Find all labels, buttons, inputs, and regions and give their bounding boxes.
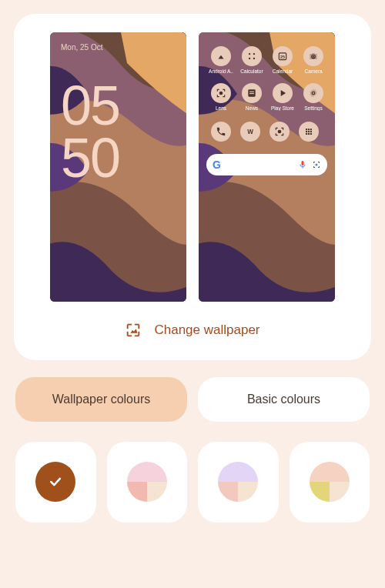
lock-date: Mon, 25 Oct (61, 43, 176, 52)
phone-icon (211, 122, 231, 142)
app-label: Calculator (237, 68, 266, 74)
svg-point-23 (310, 133, 312, 135)
app-label: Lens (206, 105, 236, 111)
colour-swatch-1[interactable] (107, 442, 188, 523)
svg-point-7 (313, 55, 314, 57)
play-icon (273, 83, 293, 103)
change-wallpaper-button[interactable]: Change wallpaper (31, 322, 354, 339)
camera-icon (303, 46, 323, 66)
app-settings[interactable]: Settings (299, 83, 328, 111)
lens-icon (312, 160, 321, 169)
lock-time: 05 50 (61, 79, 176, 185)
calc-icon (242, 46, 262, 66)
news-icon (242, 83, 262, 103)
wallpaper-icon (125, 322, 142, 339)
svg-point-22 (308, 133, 310, 135)
svg-point-3 (253, 58, 255, 59)
home-screen-preview[interactable]: Android A..Calculator25CalendarCamera Le… (199, 32, 335, 302)
dock-row: W (206, 122, 327, 142)
svg-point-20 (310, 131, 312, 132)
tab-basic-colours[interactable]: Basic colours (198, 377, 370, 422)
app-lens[interactable] (270, 122, 290, 142)
lock-screen-preview[interactable]: Mon, 25 Oct 05 50 (50, 32, 186, 302)
colour-swatch-3[interactable] (290, 442, 370, 523)
change-wallpaper-label: Change wallpaper (154, 322, 259, 338)
calendar-icon: 25 (273, 46, 293, 66)
colour-swatch-0[interactable] (15, 442, 96, 523)
colour-swatches (14, 442, 371, 523)
grid-icon (299, 122, 319, 142)
search-bar[interactable]: G (206, 154, 327, 175)
colour-source-tabs: Wallpaper colours Basic colours (14, 377, 371, 422)
app-news[interactable]: News (237, 83, 266, 111)
app-label: Settings (299, 105, 328, 111)
svg-point-19 (308, 131, 310, 132)
settings-icon (303, 83, 323, 103)
svg-point-18 (306, 131, 307, 132)
app-lens[interactable]: Lens (206, 83, 236, 111)
colour-swatch-2[interactable] (198, 442, 279, 523)
w-icon: W (240, 122, 260, 142)
svg-text:25: 25 (280, 55, 285, 59)
svg-point-0 (249, 53, 250, 55)
app-label: Camera (299, 68, 328, 74)
svg-point-14 (278, 130, 282, 134)
mic-icon (298, 160, 307, 169)
lens-icon (270, 122, 290, 142)
svg-point-21 (306, 133, 307, 135)
svg-point-24 (316, 164, 318, 166)
google-logo: G (213, 159, 221, 171)
app-row: LensNewsPlay StoreSettings (206, 83, 327, 111)
tab-wallpaper-colours[interactable]: Wallpaper colours (15, 377, 187, 422)
app-label: Android A.. (206, 68, 236, 74)
android-icon (211, 46, 231, 66)
app-play[interactable]: Play Store (268, 83, 297, 111)
svg-text:W: W (247, 129, 253, 135)
svg-rect-10 (249, 92, 254, 92)
phone-previews: Mon, 25 Oct 05 50 Android A..Calculator2… (31, 32, 354, 302)
svg-point-15 (306, 129, 307, 130)
app-grid[interactable] (299, 122, 319, 142)
svg-point-2 (249, 58, 250, 59)
svg-point-1 (253, 53, 255, 55)
wallpaper-preview-card: Mon, 25 Oct 05 50 Android A..Calculator2… (14, 14, 371, 360)
svg-point-16 (308, 129, 310, 130)
svg-point-17 (310, 129, 312, 130)
app-android[interactable]: Android A.. (206, 46, 236, 74)
app-calendar[interactable]: 25Calendar (268, 46, 297, 74)
app-calc[interactable]: Calculator (237, 46, 266, 74)
app-phone[interactable] (211, 122, 231, 142)
svg-point-8 (219, 92, 223, 95)
app-w[interactable]: W (240, 122, 260, 142)
app-row: Android A..Calculator25CalendarCamera (206, 46, 327, 74)
lens-icon (211, 83, 231, 103)
check-icon (48, 474, 63, 489)
svg-rect-11 (249, 93, 254, 94)
app-label: News (237, 105, 266, 111)
app-label: Play Store (268, 105, 297, 111)
app-camera[interactable]: Camera (299, 46, 328, 74)
app-label: Calendar (268, 68, 297, 74)
